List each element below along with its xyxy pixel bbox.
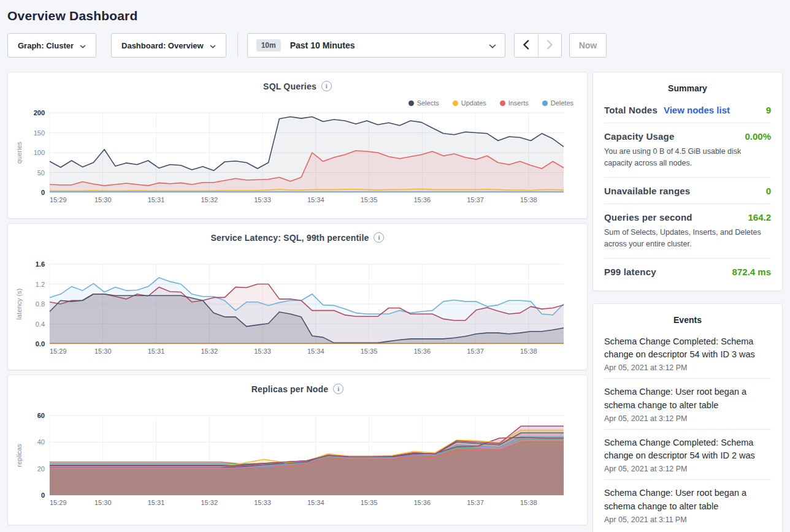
svg-text:15:30: 15:30 — [94, 499, 112, 506]
svg-text:15:37: 15:37 — [467, 196, 484, 203]
unavailable-ranges-label: Unavailable ranges — [604, 186, 690, 196]
dashboard-content: SQL Queries i SelectsUpdatesInsertsDelet… — [7, 72, 783, 532]
event-timestamp: Apr 05, 2021 at 3:12 PM — [604, 414, 771, 423]
replicas-per-node-chart: 15:2915:3015:3115:3215:3315:3415:3515:36… — [13, 408, 582, 514]
summary-panel: Summary Total Nodes View nodes list 9 Ca… — [592, 72, 783, 291]
svg-text:15:33: 15:33 — [254, 348, 271, 355]
view-nodes-list-link[interactable]: View nodes list — [664, 105, 730, 115]
time-range-picker[interactable]: 10m Past 10 Minutes — [247, 33, 505, 58]
svg-text:15:34: 15:34 — [307, 499, 324, 506]
summary-row-p99-latency: P99 latency 872.4 ms — [604, 259, 771, 284]
summary-row-total-nodes: Total Nodes View nodes list 9 — [604, 97, 771, 123]
event-text: Schema Change: User root began a schema … — [604, 487, 771, 514]
svg-text:15:37: 15:37 — [467, 348, 484, 355]
next-interval-button[interactable] — [538, 34, 561, 57]
info-icon[interactable]: i — [321, 81, 332, 91]
svg-text:15:32: 15:32 — [201, 348, 218, 355]
now-button[interactable]: Now — [569, 33, 607, 58]
chart-plot-area: 15:2915:3015:3115:3215:3315:3415:3515:36… — [13, 408, 582, 516]
svg-text:60: 60 — [37, 412, 45, 419]
total-nodes-label: Total Nodes — [604, 105, 658, 115]
chart-title-row: Replicas per Node i — [8, 384, 587, 394]
qps-value: 164.2 — [748, 212, 771, 222]
chart-title-row: SQL Queries i — [8, 81, 587, 91]
event-item[interactable]: Schema Change Completed: Schema change o… — [604, 429, 771, 480]
capacity-usage-description: You are using 0 B of 4.5 GiB usable disk… — [604, 146, 771, 170]
sql-queries-chart: 15:2915:3015:3115:3215:3315:3415:3515:36… — [13, 105, 582, 211]
event-text: Schema Change Completed: Schema change o… — [604, 436, 771, 463]
replicas-per-node-chart-panel: Replicas per Node i 15:2915:3015:3115:32… — [7, 374, 588, 525]
qps-label: Queries per second — [604, 212, 692, 222]
chevron-down-icon — [210, 41, 216, 50]
svg-text:15:31: 15:31 — [148, 499, 165, 506]
svg-text:15:32: 15:32 — [201, 196, 218, 203]
dashboard-dropdown-label: Dashboard: Overview — [121, 41, 204, 50]
charts-column: SQL Queries i SelectsUpdatesInsertsDelet… — [7, 72, 588, 525]
svg-text:15:30: 15:30 — [94, 348, 112, 355]
svg-text:0: 0 — [41, 492, 45, 499]
svg-text:15:31: 15:31 — [148, 196, 165, 203]
svg-text:15:34: 15:34 — [307, 196, 324, 203]
chevron-down-icon — [80, 41, 86, 50]
chart-title: Replicas per Node — [251, 384, 329, 394]
capacity-usage-value: 0.00% — [745, 131, 771, 142]
info-icon[interactable]: i — [333, 384, 343, 394]
svg-text:50: 50 — [37, 169, 45, 177]
chart-title: SQL Queries — [263, 82, 316, 91]
graph-dropdown[interactable]: Graph: Cluster — [7, 33, 96, 58]
svg-text:0.4: 0.4 — [36, 321, 45, 328]
events-title: Events — [604, 315, 771, 325]
prev-interval-button[interactable] — [515, 34, 538, 57]
qps-description: Sum of Selects, Updates, Inserts, and De… — [604, 227, 771, 251]
chevron-right-icon — [546, 40, 553, 51]
svg-text:15:30: 15:30 — [94, 196, 112, 203]
info-icon[interactable]: i — [374, 232, 384, 243]
dashboard-toolbar: Graph: Cluster Dashboard: Overview 10m P… — [7, 33, 783, 58]
chart-plot-area: 15:2915:3015:3115:3215:3315:3415:3515:36… — [13, 105, 582, 213]
service-latency-chart: 15:2915:3015:3115:3215:3315:3415:3515:36… — [13, 257, 582, 362]
svg-text:100: 100 — [34, 149, 45, 156]
event-timestamp: Apr 05, 2021 at 3:12 PM — [604, 465, 771, 473]
event-item[interactable]: Schema Change Completed: Schema change o… — [604, 329, 771, 379]
svg-text:15:36: 15:36 — [413, 196, 431, 203]
svg-text:15:36: 15:36 — [413, 499, 431, 506]
svg-text:15:38: 15:38 — [520, 348, 537, 355]
svg-text:15:29: 15:29 — [50, 196, 67, 203]
summary-row-unavailable-ranges: Unavailable ranges 0 — [604, 178, 771, 204]
svg-text:replicas: replicas — [15, 444, 23, 467]
svg-text:15:32: 15:32 — [201, 499, 218, 506]
svg-text:15:38: 15:38 — [520, 196, 537, 203]
chevron-left-icon — [523, 40, 529, 51]
chart-title-row: Service Latency: SQL, 99th percentile i — [8, 232, 587, 243]
svg-text:15:33: 15:33 — [254, 499, 271, 506]
chart-title: Service Latency: SQL, 99th percentile — [211, 233, 369, 243]
time-pager — [514, 33, 562, 58]
svg-text:40: 40 — [37, 438, 45, 446]
svg-text:15:38: 15:38 — [520, 499, 537, 506]
sql-queries-chart-panel: SQL Queries i SelectsUpdatesInsertsDelet… — [7, 72, 588, 219]
dashboard-dropdown[interactable]: Dashboard: Overview — [111, 33, 226, 58]
svg-text:15:34: 15:34 — [307, 348, 324, 355]
overview-dashboard-page: Overview Dashboard Graph: Cluster Dashbo… — [0, 9, 790, 532]
event-timestamp: Apr 05, 2021 at 3:12 PM — [604, 363, 771, 372]
svg-text:0: 0 — [41, 189, 45, 196]
svg-text:15:35: 15:35 — [361, 499, 378, 506]
time-range-label: Past 10 Minutes — [290, 40, 355, 50]
page-title: Overview Dashboard — [7, 9, 783, 23]
summary-row-qps: Queries per second 164.2 Sum of Selects,… — [604, 204, 771, 259]
svg-text:15:35: 15:35 — [361, 196, 378, 203]
event-item[interactable]: Schema Change: User root began a schema … — [604, 479, 771, 530]
event-text: Schema Change Completed: Schema change o… — [604, 335, 771, 362]
svg-text:1.2: 1.2 — [36, 281, 45, 288]
svg-text:15:29: 15:29 — [50, 499, 67, 506]
svg-text:0.8: 0.8 — [36, 300, 45, 308]
svg-text:15:36: 15:36 — [413, 348, 431, 355]
event-item[interactable]: Schema Change: User root began a schema … — [604, 378, 771, 429]
p99-latency-label: P99 latency — [604, 267, 656, 277]
svg-text:queries: queries — [15, 141, 23, 164]
chevron-down-icon — [489, 40, 496, 51]
toolbar-divider — [237, 33, 238, 58]
svg-text:150: 150 — [34, 129, 45, 137]
total-nodes-value: 9 — [766, 105, 771, 115]
events-panel: Events Schema Change Completed: Schema c… — [592, 303, 783, 532]
